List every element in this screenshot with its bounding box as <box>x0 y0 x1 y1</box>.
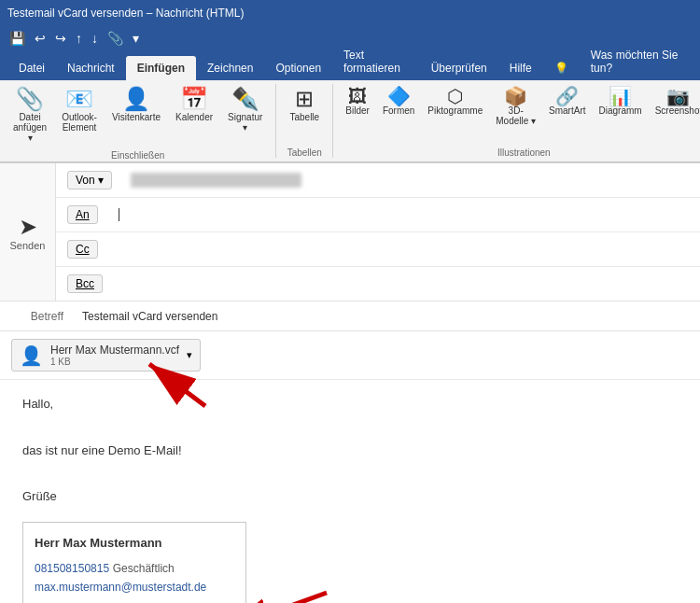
vcard-signature: Herr Max Mustermann 081508150815 Geschäf… <box>22 522 246 603</box>
title-bar: Testemail vCard versenden – Nachricht (H… <box>0 0 700 26</box>
tab-textformatieren[interactable]: Text formatieren <box>332 43 420 80</box>
send-button[interactable]: ➤ Senden <box>3 206 53 259</box>
vcard-name: Herr Max Mustermann <box>35 534 234 554</box>
title-bar-title: Testemail vCard versenden – Nachricht (H… <box>7 7 244 20</box>
more-icon[interactable]: ▾ <box>131 29 141 48</box>
btn-visitenkarte[interactable]: 👤 Visitenkarte <box>106 84 166 126</box>
btn-diagramm[interactable]: 📊 Diagramm <box>595 84 647 119</box>
attachment-item[interactable]: 👤 Herr Max Mustermann.vcf 1 KB ▾ <box>11 339 201 372</box>
btn-formen[interactable]: 🔷 Formen <box>378 84 419 119</box>
btn-tabelle[interactable]: ⊞ Tabelle <box>284 84 325 126</box>
screenshot-icon: 📷 <box>666 87 690 105</box>
ribbon-group-tabellen: ⊞ Tabelle Tabellen <box>276 84 333 158</box>
bilder-icon: 🖼 <box>348 87 367 105</box>
bcc-row: Bcc <box>56 267 700 301</box>
to-label: An <box>76 208 90 221</box>
from-button[interactable]: Von ▾ <box>67 171 112 189</box>
save-icon[interactable]: 💾 <box>7 29 27 48</box>
btn-3d-modelle[interactable]: 📦 3D-Modelle ▾ <box>491 84 540 129</box>
email-header: ➤ Senden Von ▾ email@example.com <box>0 163 700 331</box>
email-body[interactable]: Hallo, das ist nur eine Demo E-Mail! Grü… <box>0 380 700 603</box>
vcard-phone: 081508150815 <box>35 562 109 575</box>
kalender-icon: 📅 <box>180 88 208 110</box>
cc-button[interactable]: Cc <box>67 240 98 259</box>
tab-lightbulb[interactable]: 💡 <box>543 56 580 80</box>
tab-hilfe[interactable]: Hilfe <box>498 56 543 80</box>
smartart-icon: 🔗 <box>555 87 579 105</box>
group-label-einschliessen: Einschließen <box>111 150 164 161</box>
vcard-email: max.mustermann@musterstadt.de <box>35 579 234 596</box>
from-row: Von ▾ email@example.com <box>56 163 700 198</box>
fields-container: Von ▾ email@example.com An <box>56 163 700 301</box>
bcc-label: Bcc <box>76 277 94 290</box>
cc-field[interactable] <box>109 244 700 255</box>
attachment-vcf-icon: 👤 <box>20 344 43 367</box>
body-closing: Grüße <box>22 487 678 507</box>
attachment-dropdown-icon[interactable]: ▾ <box>187 349 192 361</box>
btn-kalender[interactable]: 📅 Kalender <box>170 84 218 126</box>
3d-modelle-icon: 📦 <box>504 87 527 105</box>
ribbon-group-illustrationen: 🖼 Bilder 🔷 Formen ⬡ Piktogramme 📦 3D-Mod… <box>333 84 700 158</box>
tab-datei[interactable]: Datei <box>7 56 56 80</box>
down-icon[interactable]: ↓ <box>90 29 100 48</box>
undo-icon[interactable]: ↩ <box>33 29 48 48</box>
attach-icon[interactable]: 📎 <box>105 29 125 48</box>
from-label: Von <box>76 174 95 187</box>
btn-screenshot[interactable]: 📷 Screenshot <box>651 84 700 119</box>
ribbon-tabs: Datei Nachricht Einfügen Zeichnen Option… <box>0 50 700 80</box>
tab-optionen[interactable]: Optionen <box>264 56 332 80</box>
group-label-tabellen: Tabellen <box>287 147 322 158</box>
visitenkarte-icon: 👤 <box>122 88 150 110</box>
body-line1: das ist nur eine Demo E-Mail! <box>22 442 678 461</box>
tabelle-icon: ⊞ <box>295 88 314 110</box>
btn-datei-anfuegen[interactable]: 📎 Dateianfügen ▾ <box>7 84 52 147</box>
from-email-blurred: email@example.com <box>131 173 301 188</box>
send-icon: ➤ <box>19 214 37 240</box>
datei-anfuegen-icon: 📎 <box>16 88 44 110</box>
piktogramme-icon: ⬡ <box>447 87 463 105</box>
subject-value[interactable]: Testemail vCard versenden <box>75 304 700 329</box>
diagramm-icon: 📊 <box>609 87 632 105</box>
outlook-element-icon: 📧 <box>65 88 93 110</box>
subject-row: Betreff Testemail vCard versenden <box>0 301 700 330</box>
attachment-info: Herr Max Mustermann.vcf 1 KB <box>50 344 179 367</box>
btn-piktogramme[interactable]: ⬡ Piktogramme <box>423 84 487 119</box>
body-greeting: Hallo, <box>22 395 678 414</box>
tab-search[interactable]: Was möchten Sie tun? <box>580 43 693 80</box>
redo-icon[interactable]: ↪ <box>53 29 68 48</box>
tab-ueberprufen[interactable]: Überprüfen <box>420 56 498 80</box>
attachment-area: 👤 Herr Max Mustermann.vcf 1 KB ▾ <box>0 331 700 380</box>
subject-label: Betreff <box>0 304 75 329</box>
ribbon-group-einschliessen: 📎 Dateianfügen ▾ 📧 Outlook-Element 👤 Vis… <box>0 84 276 158</box>
cc-row: Cc <box>56 232 700 267</box>
to-button[interactable]: An <box>67 205 98 224</box>
vcard-phone-type: Geschäftlich <box>113 562 175 575</box>
cc-label: Cc <box>76 243 90 256</box>
bcc-button[interactable]: Bcc <box>67 274 103 293</box>
formen-icon: 🔷 <box>387 87 411 105</box>
send-label: Senden <box>10 240 46 251</box>
btn-signatur[interactable]: ✒️ Signatur ▾ <box>222 84 268 136</box>
attachment-name: Herr Max Mustermann.vcf <box>50 344 179 357</box>
btn-bilder[interactable]: 🖼 Bilder <box>341 84 374 119</box>
cursor <box>119 208 119 221</box>
from-chevron: ▾ <box>98 174 104 187</box>
tab-nachricht[interactable]: Nachricht <box>56 56 126 80</box>
to-row: An <box>56 198 700 232</box>
btn-outlook-element[interactable]: 📧 Outlook-Element <box>56 84 103 136</box>
attachment-size: 1 KB <box>50 357 179 367</box>
send-area: ➤ Senden <box>0 163 56 301</box>
signatur-icon: ✒️ <box>231 88 259 110</box>
up-icon[interactable]: ↑ <box>74 29 84 48</box>
group-label-illustrationen: Illustrationen <box>497 147 551 158</box>
tab-zeichnen[interactable]: Zeichnen <box>196 56 264 80</box>
bcc-field[interactable] <box>114 278 700 289</box>
to-field[interactable] <box>109 203 700 227</box>
ribbon: 📎 Dateianfügen ▾ 📧 Outlook-Element 👤 Vis… <box>0 80 700 162</box>
tab-einfuegen[interactable]: Einfügen <box>126 56 196 80</box>
btn-smartart[interactable]: 🔗 SmartArt <box>544 84 590 119</box>
